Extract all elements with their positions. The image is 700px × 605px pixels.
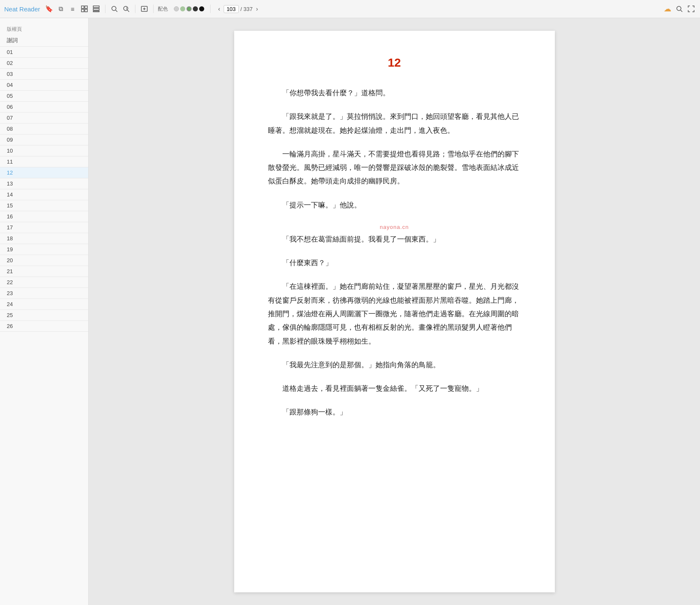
separator-4 (210, 5, 211, 13)
paragraph-4: 「提示一下嘛。」他說。 (268, 199, 521, 212)
sidebar-item-ch03[interactable]: 03 (0, 69, 88, 80)
sidebar-item-xiechi[interactable]: 謝詞 (0, 35, 88, 47)
sidebar-item-ch19[interactable]: 19 (0, 244, 88, 255)
dot-black[interactable] (193, 6, 198, 11)
sidebar-item-ch21[interactable]: 21 (0, 266, 88, 277)
sidebar-item-ch24[interactable]: 24 (0, 299, 88, 310)
book-page: 12 「你想帶我去看什麼？」道格問。 「跟我來就是了。」莫拉悄悄說。來到門口，她… (234, 31, 555, 592)
sidebar-item-ch26[interactable]: 26 (0, 321, 88, 332)
dot-gray[interactable] (174, 6, 179, 11)
svg-rect-4 (93, 6, 99, 8)
chapter-number: 12 (268, 56, 521, 70)
svg-line-8 (116, 10, 117, 12)
page-navigation: ‹ / 337 › (216, 5, 259, 13)
page-total: / 337 (241, 6, 253, 12)
app-title: Neat Reader (4, 5, 40, 13)
svg-rect-1 (85, 6, 87, 8)
layout-icon[interactable] (92, 4, 101, 13)
grid-icon[interactable] (80, 4, 89, 13)
separator-3 (153, 5, 154, 13)
sidebar-section-copyright: 版權頁 (0, 22, 88, 35)
paragraph-5: 「我不想在葛雷絲面前提。我看見了一個東西。」 (268, 233, 521, 246)
cloud-icon[interactable]: ☁ (663, 4, 672, 13)
paragraph-1: 「你想帶我去看什麼？」道格問。 (268, 86, 521, 100)
dot-darker[interactable] (199, 6, 204, 11)
sidebar-item-ch05[interactable]: 05 (0, 91, 88, 102)
sidebar-item-ch09[interactable]: 09 (0, 134, 88, 145)
sidebar-item-ch15[interactable]: 15 (0, 200, 88, 211)
sidebar-item-ch08[interactable]: 08 (0, 124, 88, 134)
svg-rect-0 (81, 6, 84, 8)
sidebar-item-ch20[interactable]: 20 (0, 255, 88, 266)
sidebar-item-ch13[interactable]: 13 (0, 178, 88, 189)
paragraph-9: 道格走過去，看見裡面躺著一隻金絲雀。「又死了一隻寵物。」 (268, 382, 521, 395)
sidebar-item-ch14[interactable]: 14 (0, 189, 88, 200)
sidebar-item-ch04[interactable]: 04 (0, 80, 88, 91)
svg-point-9 (124, 6, 128, 11)
svg-line-16 (681, 10, 682, 12)
svg-rect-2 (81, 9, 84, 12)
svg-point-7 (112, 6, 116, 11)
svg-rect-3 (85, 9, 87, 12)
color-label: 配色 (158, 5, 168, 13)
sidebar-item-ch25[interactable]: 25 (0, 310, 88, 321)
next-page-button[interactable]: › (254, 5, 260, 13)
sidebar-item-ch06[interactable]: 06 (0, 102, 88, 113)
svg-rect-5 (93, 8, 99, 10)
paragraph-6: 「什麼東西？」 (268, 256, 521, 270)
paragraph-8: 「我最先注意到的是那個。」她指向角落的鳥籠。 (268, 358, 521, 372)
dot-darkgreen[interactable] (186, 6, 192, 11)
sidebar-item-ch12[interactable]: 12 (0, 167, 88, 178)
sidebar-item-ch23[interactable]: 23 (0, 288, 88, 299)
sidebar-item-ch01[interactable]: 01 (0, 47, 88, 58)
prev-page-button[interactable]: ‹ (216, 5, 222, 13)
topbar-right: ☁ (663, 4, 696, 13)
sidebar: 版權頁 謝詞 01 02 03 04 05 06 07 08 09 10 11 … (0, 18, 89, 605)
separator-2 (135, 5, 135, 13)
content-area: 12 「你想帶我去看什麼？」道格問。 「跟我來就是了。」莫拉悄悄說。來到門口，她… (89, 18, 700, 605)
sidebar-item-ch07[interactable]: 07 (0, 113, 88, 124)
sidebar-item-ch22[interactable]: 22 (0, 277, 88, 288)
sidebar-item-ch18[interactable]: 18 (0, 233, 88, 244)
toolbar: Neat Reader 🔖 ⧉ ≡ 配色 ‹ / 337 › (0, 0, 700, 18)
main-layout: 版權頁 謝詞 01 02 03 04 05 06 07 08 09 10 11 … (0, 18, 700, 605)
sidebar-item-ch02[interactable]: 02 (0, 58, 88, 69)
paragraph-7: 「在這棟裡面。」她在門廊前站住，凝望著黑壓壓的窗戶，星光、月光都沒有從窗戶反射而… (268, 280, 521, 348)
search-icon-2[interactable] (122, 4, 131, 13)
sidebar-item-ch16[interactable]: 16 (0, 211, 88, 222)
page-number-input[interactable] (224, 5, 239, 13)
dot-green[interactable] (180, 6, 185, 11)
watermark: nayona.cn (268, 222, 521, 233)
search-icon-right[interactable] (675, 4, 684, 13)
svg-point-15 (677, 6, 681, 11)
svg-line-10 (127, 10, 129, 12)
sidebar-item-ch10[interactable]: 10 (0, 145, 88, 156)
sidebar-item-ch17[interactable]: 17 (0, 222, 88, 233)
color-selector (174, 6, 204, 11)
paragraph-2: 「跟我來就是了。」莫拉悄悄說。來到門口，她回頭望客廳，看見其他人已睡著。想溜就趁… (268, 110, 521, 137)
paragraph-3: 一輪滿月高掛，星斗滿天，不需要提燈也看得見路；雪地似乎在他們的腳下散發螢光。風勢… (268, 148, 521, 188)
fullscreen-icon[interactable] (686, 4, 696, 13)
search-icon-1[interactable] (110, 4, 119, 13)
copy-icon[interactable]: ⧉ (56, 4, 65, 13)
menu-icon[interactable]: ≡ (68, 4, 77, 13)
separator-1 (105, 5, 105, 13)
svg-rect-6 (93, 11, 99, 12)
bookmark-icon[interactable]: 🔖 (44, 4, 54, 13)
sidebar-item-ch11[interactable]: 11 (0, 156, 88, 167)
paragraph-10: 「跟那條狗一樣。」 (268, 406, 521, 419)
add-page-icon[interactable] (140, 4, 149, 13)
